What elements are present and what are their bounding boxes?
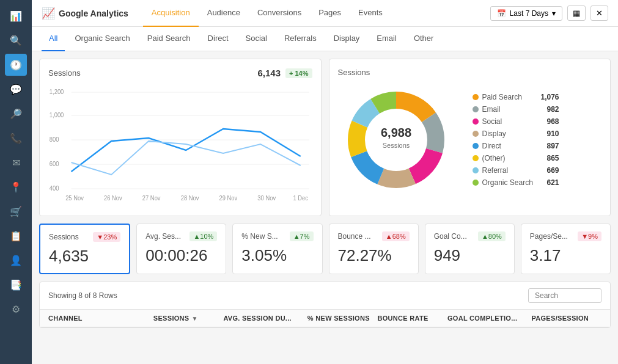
line-chart-value-group: 6,143 + 14%: [257, 68, 312, 78]
legend-value-email: 982: [547, 105, 559, 114]
legend-dot-direct: [473, 143, 479, 149]
svg-text:6,988: 6,988: [380, 126, 411, 139]
legend-item-other: (Other) 865: [473, 154, 559, 162]
table-search-input[interactable]: [528, 288, 601, 303]
brand-icon: 📈: [42, 7, 55, 20]
metric-new-value: 3.05%: [241, 246, 313, 265]
metric-pages-value: 3.17: [530, 246, 601, 265]
metric-avg-value: 00:00:26: [145, 246, 217, 265]
legend-label-direct: Direct: [482, 142, 543, 150]
legend-value-display: 910: [547, 129, 559, 138]
nav-tab-audience[interactable]: Audience: [199, 0, 249, 27]
metric-avg-header: Avg. Ses... ▲10%: [145, 231, 217, 241]
metric-new-header: % New S... ▲7%: [241, 231, 313, 241]
legend-item-referral: Referral 669: [473, 166, 559, 175]
sub-tab-other[interactable]: Other: [406, 27, 441, 51]
sidebar-icon-analytics[interactable]: 📊: [5, 5, 27, 27]
table-columns: CHANNEL SESSIONS ▼ AVG. SESSION DU... % …: [40, 310, 610, 327]
date-picker[interactable]: 📅 Last 7 Days ▾: [490, 6, 562, 21]
top-nav: 📈 Google Analytics Acquisition Audience …: [32, 0, 618, 27]
sidebar-icon-search[interactable]: 🔍: [5, 29, 27, 51]
nav-tab-acquisition[interactable]: Acquisition: [143, 0, 199, 27]
line-chart-card: Sessions 6,143 + 14% 1,200 1,000 800 600…: [39, 59, 322, 216]
legend-value-paid-search: 1,076: [541, 93, 559, 101]
metric-card-sessions[interactable]: Sessions ▼23% 4,635: [39, 224, 130, 274]
legend-value-referral: 669: [547, 166, 559, 175]
sidebar-icon-insights[interactable]: 🔎: [5, 103, 27, 125]
sub-tab-direct[interactable]: Direct: [200, 27, 236, 51]
nav-tab-events[interactable]: Events: [350, 0, 391, 27]
col-header-new[interactable]: % NEW SESSIONS: [307, 315, 378, 322]
metric-avg-badge: ▲10%: [189, 231, 217, 241]
sidebar-icon-list[interactable]: 📑: [5, 274, 27, 296]
sidebar-icon-reports[interactable]: 📋: [5, 225, 27, 247]
sub-tab-paid[interactable]: Paid Search: [140, 27, 198, 51]
svg-text:26 Nov: 26 Nov: [104, 195, 122, 202]
nav-tab-pages[interactable]: Pages: [310, 0, 350, 27]
svg-text:28 Nov: 28 Nov: [181, 195, 199, 202]
legend-item-organic: Organic Search 621: [473, 178, 559, 187]
sidebar-icon-email[interactable]: ✉: [5, 151, 27, 173]
legend-label-display: Display: [482, 129, 543, 138]
nav-tab-conversions[interactable]: Conversions: [249, 0, 310, 27]
sort-sessions-icon: ▼: [191, 315, 197, 322]
line-chart-badge: + 14%: [285, 68, 312, 78]
brand-name: Google Analytics: [59, 9, 128, 18]
sidebar-icon-settings[interactable]: ⚙: [5, 298, 27, 320]
sidebar-icon-phone[interactable]: 📞: [5, 127, 27, 149]
sidebar-icon-chat[interactable]: 💬: [5, 78, 27, 100]
metric-card-goal[interactable]: Goal Co... ▲80% 949: [425, 224, 515, 274]
sidebar-icon-user[interactable]: 👤: [5, 249, 27, 271]
col-header-avg[interactable]: AVG. SESSION DU...: [223, 315, 307, 322]
collapse-button[interactable]: ✕: [590, 5, 608, 21]
main-content: 📈 Google Analytics Acquisition Audience …: [32, 0, 618, 364]
legend-label-other: (Other): [482, 154, 543, 162]
metric-bounce-badge: ▲68%: [382, 231, 410, 241]
chart-toggle-button[interactable]: ▦: [567, 5, 586, 21]
metric-card-new-sessions[interactable]: % New S... ▲7% 3.05%: [232, 224, 322, 274]
line-chart-title: Sessions: [48, 68, 81, 78]
line-chart-header: Sessions 6,143 + 14%: [48, 68, 312, 78]
nav-right: 📅 Last 7 Days ▾ ▦ ✕: [490, 5, 608, 21]
sidebar-icon-location[interactable]: 📍: [5, 176, 27, 198]
legend-dot-other: [473, 155, 479, 161]
col-header-goal[interactable]: GOAL COMPLETIO...: [447, 315, 531, 322]
legend-dot-email: [473, 106, 479, 112]
metric-goal-header: Goal Co... ▲80%: [434, 231, 506, 241]
table-section: Showing 8 of 8 Rows CHANNEL SESSIONS ▼ A…: [39, 282, 611, 328]
table-header: Showing 8 of 8 Rows: [40, 282, 610, 310]
svg-text:27 Nov: 27 Nov: [142, 195, 161, 202]
metric-bounce-value: 72.27%: [338, 246, 410, 265]
legend-label-referral: Referral: [482, 166, 543, 175]
col-header-sessions[interactable]: SESSIONS ▼: [153, 315, 224, 322]
date-range-label: Last 7 Days: [510, 9, 548, 18]
col-header-channel[interactable]: CHANNEL: [48, 315, 153, 322]
legend-label-organic: Organic Search: [482, 178, 543, 187]
legend-label-paid-search: Paid Search: [482, 93, 537, 101]
donut-chart-content: 6,988 Sessions Paid Search 1,076 Email 9…: [338, 82, 602, 198]
metric-bounce-name: Bounce ...: [338, 232, 371, 241]
col-header-bounce[interactable]: BOUNCE RATE: [377, 315, 447, 322]
metric-card-pages[interactable]: Pages/Se... ▼9% 3.17: [521, 224, 611, 274]
metric-goal-value: 949: [434, 246, 506, 265]
legend-label-email: Email: [482, 105, 543, 114]
donut-svg: 6,988 Sessions: [338, 82, 460, 198]
metric-card-avg-session[interactable]: Avg. Ses... ▲10% 00:00:26: [136, 224, 226, 274]
metric-card-bounce[interactable]: Bounce ... ▲68% 72.27%: [329, 224, 419, 274]
legend-dot-referral: [473, 167, 479, 173]
sub-tab-email[interactable]: Email: [369, 27, 404, 51]
sub-tab-display[interactable]: Display: [326, 27, 367, 51]
legend-item-direct: Direct 897: [473, 142, 559, 150]
metric-pages-name: Pages/Se...: [530, 232, 568, 241]
sub-tab-organic[interactable]: Organic Search: [67, 27, 137, 51]
sub-tab-all[interactable]: All: [42, 27, 65, 51]
sidebar: 📊 🔍 🕐 💬 🔎 📞 ✉ 📍 🛒 📋 👤 📑 ⚙: [0, 0, 32, 364]
legend-value-organic: 621: [547, 178, 559, 187]
col-header-pages[interactable]: PAGES/SESSION: [531, 315, 601, 322]
charts-row: Sessions 6,143 + 14% 1,200 1,000 800 600…: [39, 59, 611, 216]
sidebar-icon-cart[interactable]: 🛒: [5, 200, 27, 222]
sidebar-icon-active[interactable]: 🕐: [5, 54, 27, 76]
sub-tab-referrals[interactable]: Referrals: [277, 27, 324, 51]
svg-text:1,000: 1,000: [50, 112, 64, 118]
sub-tab-social[interactable]: Social: [238, 27, 274, 51]
